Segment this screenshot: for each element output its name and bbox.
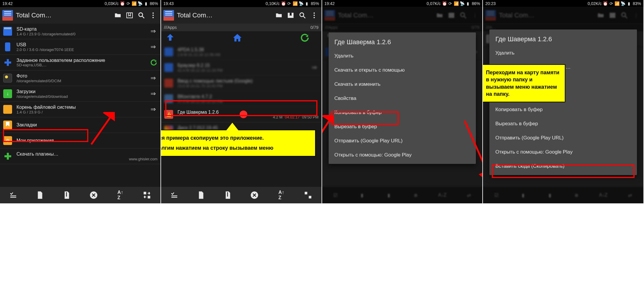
bookmark-folder-icon: [609, 11, 616, 19]
kebab-menu-icon[interactable]: [149, 11, 157, 19]
menu-item-send-url[interactable]: Отправить (Google Play URL): [329, 134, 476, 148]
menu-item-cut-buffer[interactable]: Вырезать в буфер: [329, 120, 476, 134]
list-item-downloads[interactable]: ↓ Загрузки/storage/emulated/0/download ⇒: [0, 86, 160, 102]
path-text: ///Apps: [164, 25, 177, 30]
menu-item-download-open[interactable]: Скачать и открыть с помощью: [329, 63, 476, 77]
gear-folder-icon: ⚙: [3, 136, 12, 145]
menu-item-cut-buffer[interactable]: Вырезать в буфер: [489, 117, 637, 131]
list-item-my-apps[interactable]: ⚙ Мои приложения: [0, 133, 160, 149]
bookmark-folder-icon[interactable]: [126, 11, 133, 19]
search-icon[interactable]: [299, 11, 306, 19]
svg-line-28: [625, 16, 627, 18]
path-bar[interactable]: ///Apps 0/79: [161, 24, 322, 31]
folder-icon[interactable]: [275, 11, 283, 19]
bookmark-icon: [3, 121, 12, 129]
status-bar: 19:42 0,03K/c ⏰ ⟳ 📶 📡 ▮ 86%: [0, 0, 160, 7]
list-item-usb[interactable]: USB2.0 G / 3.6 G /storage/7074-1EEE ⇒: [0, 39, 160, 55]
bottom-toolbar: ☑ ▮ ▮ ⊗ A↓Z ⇄: [483, 187, 643, 203]
up-icon[interactable]: [165, 33, 175, 43]
alarm-icon: ⏰: [442, 1, 446, 6]
list-item[interactable]: 4PDA 1.5.382.8 M 31.12.16 12:36 AM: [161, 44, 322, 60]
app-toolbar: Total Com…: [161, 7, 322, 24]
menu-item-download-edit[interactable]: Скачать и изменить: [329, 77, 476, 91]
menu-item-copy-buffer[interactable]: Копировать в буфер: [489, 103, 637, 117]
menu-item-open-gplay[interactable]: Открыть с помощью: Google Play: [489, 145, 637, 159]
arrow-right-icon[interactable]: ⇒: [149, 90, 158, 98]
app-logo-icon: [163, 10, 174, 21]
bookmark-folder-icon: [448, 11, 455, 19]
arrow-right-icon[interactable]: ⇒: [149, 74, 158, 82]
list-item-sdcard[interactable]: SD-карта1.4 G / 23.9 G /storage/emulated…: [0, 24, 160, 39]
close-circle-icon[interactable]: [250, 191, 259, 200]
plus-icon: ✚: [4, 151, 11, 162]
touch-indicator: [240, 111, 247, 118]
file-icon[interactable]: [36, 191, 44, 200]
refresh-icon[interactable]: [300, 33, 310, 43]
svg-point-27: [622, 13, 625, 17]
arrow-right-icon[interactable]: ⇒: [149, 106, 158, 113]
list-item-custom-location[interactable]: ✚ Заданное пользователем расположениеSD-…: [0, 55, 160, 70]
menu-item-delete[interactable]: Удалить: [489, 46, 637, 60]
menu-item-send-url[interactable]: Отправить (Google Play URL): [489, 131, 637, 145]
sort-az-icon[interactable]: A↑Z: [277, 191, 286, 200]
wifi-icon: 📡: [138, 1, 142, 6]
swap-icon: ⇄: [626, 191, 635, 200]
app-icon: 👍: [164, 110, 173, 119]
folder-icon[interactable]: [114, 11, 122, 19]
menu-item-open-gplay[interactable]: Открыть с помощью: Google Play: [329, 148, 476, 162]
home-icon[interactable]: [232, 33, 242, 43]
photo-icon: [3, 74, 12, 83]
battery-icon: ▮: [627, 1, 631, 6]
screen-4: 20:23 0,02K/c ⏰ ⟳ 📶 📡 ▮ 83% Total Com… ⋮…: [483, 0, 644, 203]
search-icon[interactable]: [138, 11, 145, 19]
list-item-plugins[interactable]: ✚ Скачать плагины…www.ghisler.com: [0, 149, 160, 164]
bookmark-folder-icon[interactable]: [287, 11, 294, 19]
apps-list: 4PDA 1.5.382.8 M 31.12.16 12:36 AM Брауз…: [161, 31, 322, 187]
sort-az-icon[interactable]: A↑Z: [116, 191, 125, 200]
swap-icon[interactable]: [143, 191, 151, 200]
refresh-icon[interactable]: [150, 59, 158, 66]
battery-icon: ▮: [144, 1, 148, 6]
status-bar: 19:43 0,10K/c ⏰ ⟳ 📶 📡 ▮ 85%: [161, 0, 322, 7]
list-item-root[interactable]: Корень файловой системы1.4 G / 23.9 G / …: [0, 102, 160, 117]
menu-item-paste-here[interactable]: Вставить сюда (Скопировать): [489, 159, 637, 173]
list-item[interactable]: Ввод с помощью листьев (Google)23.6 M 24…: [161, 75, 322, 91]
close-circle-icon[interactable]: [89, 191, 98, 200]
svg-point-16: [313, 17, 314, 18]
menu-item-delete[interactable]: Удалить: [329, 49, 476, 63]
kebab-menu-icon[interactable]: [310, 11, 318, 19]
svg-rect-10: [148, 196, 150, 199]
folder-icon: [3, 105, 12, 114]
menu-item-copy-buffer[interactable]: Копировать в буфер: [329, 106, 476, 120]
list-item-photos[interactable]: Фото/storage/emulated/0/DCIM ⇒: [0, 70, 160, 86]
select-icon[interactable]: [170, 191, 179, 200]
svg-point-15: [313, 15, 314, 16]
zip-icon[interactable]: [224, 191, 232, 200]
sync-icon: ⟳: [287, 1, 291, 6]
svg-rect-19: [227, 192, 228, 197]
select-icon[interactable]: [9, 191, 18, 200]
list-item-bookmarks[interactable]: Закладки: [0, 117, 160, 133]
svg-point-4: [153, 17, 154, 18]
annotation-callout: Переходим на карту памяти в нужную папку…: [483, 64, 565, 102]
svg-point-14: [313, 12, 314, 14]
close-circle-icon: ⊗: [572, 191, 581, 200]
menu-item-properties[interactable]: Свойства: [329, 91, 476, 106]
arrow-right-icon[interactable]: ⇒: [149, 43, 158, 51]
list-item-target-app[interactable]: 👍 Где Шаверма 1.2.6 4.2 M 04.02.17 09:50…: [161, 107, 322, 122]
svg-rect-9: [144, 192, 146, 195]
svg-rect-22: [309, 196, 312, 199]
svg-line-25: [464, 16, 466, 18]
swap-icon[interactable]: [304, 191, 312, 200]
signal-icon: 📶: [454, 1, 458, 6]
list-item[interactable]: Браузер 8.2.1542.4 M 18.12.16 11:19 PM⇒: [161, 60, 322, 75]
zip-icon[interactable]: [62, 191, 71, 200]
bottom-toolbar: ☑ ▮ ▮ ⊗ A↓Z ⇄: [322, 187, 483, 203]
select-icon: ☑: [331, 191, 340, 200]
path-count: 0/79: [310, 25, 318, 30]
kebab-menu-icon: ⋮: [632, 11, 640, 19]
arrow-right-icon[interactable]: ⇒: [149, 27, 158, 35]
file-icon[interactable]: [197, 191, 206, 200]
list-item[interactable]: ВКонтакте 4.7.237.3 M 18.12.16 12:12 PM: [161, 91, 322, 107]
sync-icon: ⟳: [448, 1, 452, 6]
